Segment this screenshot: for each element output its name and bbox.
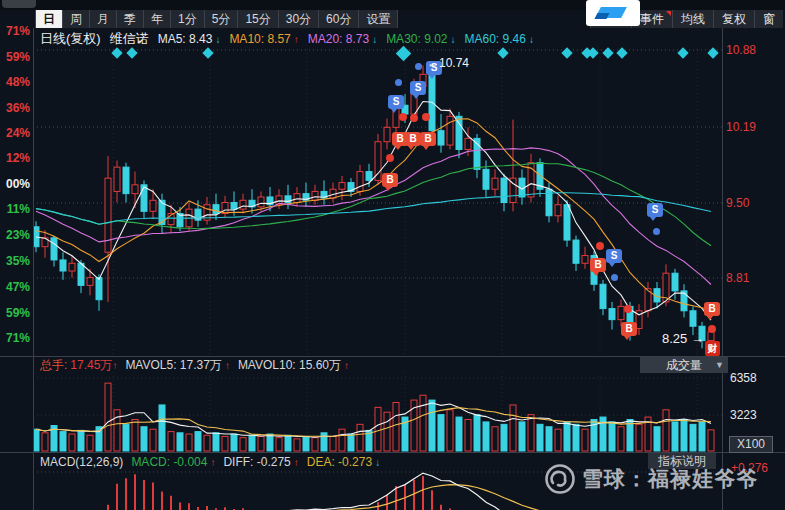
price-tick-9.50: 9.50 [726,196,749,210]
chart-canvas[interactable] [0,0,785,510]
badge-tail [385,187,391,191]
watermark: 雪球：福禄娃爷爷 [544,463,758,495]
red-signal-dot [422,113,430,121]
red-signal-dot [399,113,407,121]
sell-badge[interactable]: S [388,95,404,109]
vol-MAVOL10: MAVOL10: 15.60万↑ [238,357,349,374]
blue-flag-shadow-icon [594,13,609,19]
badge-tail [423,146,429,150]
badge-tail [429,75,435,79]
percent-tick-12%: 12% [0,151,30,165]
percent-tick-71%: 71% [0,24,30,38]
percent-tick-24%: 24% [0,126,30,140]
blue-signal-dot [415,63,422,70]
percent-tick-48%: 48% [0,75,30,89]
macd-title: MACD(12,26,9) [40,455,123,469]
right-pane-border [722,28,723,510]
chevron-down-icon[interactable]: ▼ [715,357,724,373]
low-price-annotation: 8.25 → [662,331,704,346]
macd-header: MACD(12,26,9) MACD: -0.004↑DIFF: -0.275↑… [40,455,380,469]
snowball-logo-icon [544,463,576,495]
vol-MAVOL5: MAVOL5: 17.37万↑ [125,357,230,374]
red-signal-dot [624,305,632,313]
buy-badge[interactable]: B [621,322,637,336]
blue-signal-dot [395,79,402,86]
buy-badge[interactable]: B [590,258,606,272]
badge-tail [609,263,615,267]
cursor-tooltip-box [586,0,640,26]
price-tick-8.81: 8.81 [726,271,749,285]
percent-tick-59%: 59% [0,50,30,64]
badge-tail [624,336,630,340]
volume-total-label: 总手: [40,357,67,374]
buy-badge[interactable]: B [382,173,398,187]
blue-signal-dot [611,274,618,281]
percent-tick-47%: 47% [0,280,30,294]
percent-tick-36%: 36% [0,101,30,115]
percent-tick-71%: 71% [0,331,30,345]
badge-tail [650,217,656,221]
percent-tick-11%: 11% [0,202,30,216]
volume-tick-3223: 3223 [730,408,757,422]
volume-indicator-dropdown[interactable]: 成交量 ▼ [640,357,728,373]
red-signal-dot [410,114,418,122]
left-pane-border [33,28,34,510]
badge-tail [408,146,414,150]
badge-tail [395,146,401,150]
red-signal-dot [596,242,604,250]
macd-MACD: MACD: -0.004↑ [131,455,215,469]
sell-badge[interactable]: S [410,81,426,95]
volume-indicator-label: 成交量 [666,358,702,372]
red-signal-dot [386,154,394,162]
news-flag-badge[interactable]: 财 [705,341,720,356]
badge-tail [391,109,397,113]
macd-DIFF: DIFF: -0.275↑ [223,455,298,469]
volume-header: 总手: 17.45万↑ MAVOL5: 17.37万↑MAVOL10: 15.6… [40,358,349,372]
percent-tick-23%: 23% [0,228,30,242]
price-tick-10.19: 10.19 [726,120,756,134]
badge-tail [707,316,713,320]
percent-tick-00%: 00% [0,177,30,191]
stock-chart-app: 日周月季年1分5分15分30分60分设置 九转事件均线复权窗 日线(复权) 维信… [0,0,785,510]
badge-tail [413,95,419,99]
percent-tick-59%: 59% [0,306,30,320]
blue-signal-dot [653,228,660,235]
watermark-text: 雪球：福禄娃爷爷 [582,465,758,493]
volume-total-value: 17.45万↑ [70,357,117,374]
sell-badge[interactable]: S [647,203,663,217]
volume-tick-6358: 6358 [730,371,757,385]
price-tick-10.88: 10.88 [726,43,756,57]
buy-badge[interactable]: B [420,132,436,146]
peak-price-annotation: ←10.74 [427,56,469,70]
percent-tick-35%: 35% [0,254,30,268]
badge-tail [593,272,599,276]
buy-badge[interactable]: B [405,132,421,146]
buy-badge[interactable]: B [704,302,720,316]
sell-badge[interactable]: S [606,249,622,263]
volume-multiplier-badge: X100 [729,436,773,453]
macd-DEA: DEA: -0.273↓ [307,455,380,469]
red-signal-dot [708,325,716,333]
